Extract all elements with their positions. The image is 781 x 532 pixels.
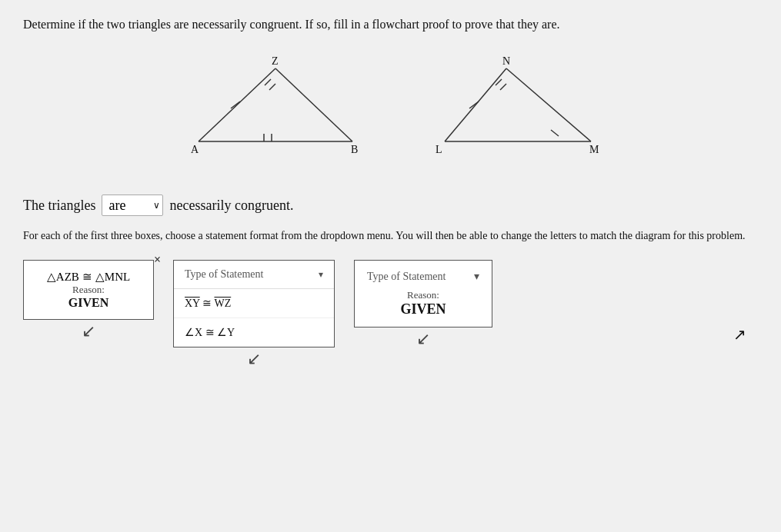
box3-header-text: Type of Statement	[367, 271, 446, 283]
box3-dropdown-arrow: ▾	[474, 270, 479, 283]
flow-box-3: Type of Statement ▾ Reason: GIVEN	[354, 260, 492, 328]
cursor-icon: ↗	[733, 325, 746, 344]
instruction-text: Determine if the two triangles are neces…	[23, 15, 758, 34]
box1-statement: △AZB ≅ △MNL	[36, 270, 141, 284]
box1-reason-value: GIVEN	[36, 296, 141, 310]
triangles-area: Z A B N L M	[23, 45, 758, 171]
svg-text:A: A	[191, 144, 199, 155]
svg-line-1	[275, 68, 352, 141]
box2-item-2[interactable]: ∠X ≅ ∠Y	[174, 318, 334, 347]
box3-reason-value: GIVEN	[367, 301, 479, 318]
flowchart-area: △AZB ≅ △MNL Reason: GIVEN × ↙ Type of St…	[23, 260, 758, 347]
box1-down-arrow: ↙	[82, 321, 95, 341]
svg-line-17	[551, 130, 559, 136]
verdict-dropdown-wrapper[interactable]: are are not	[102, 195, 163, 216]
box3-wrapper: Type of Statement ▾ Reason: GIVEN ↙	[354, 260, 492, 328]
box2-item-1[interactable]: XY ≅ WZ	[174, 289, 334, 318]
flow-box-1: △AZB ≅ △MNL Reason: GIVEN ×	[23, 260, 154, 320]
svg-line-3	[231, 101, 240, 108]
triangle-2: N L M	[422, 53, 591, 164]
box2-menu: XY ≅ WZ ∠X ≅ ∠Y	[174, 289, 334, 347]
page-container: Determine if the two triangles are neces…	[0, 0, 781, 532]
verdict-prefix: The triangles	[23, 198, 95, 214]
verdict-line: The triangles are are not necessarily co…	[23, 195, 758, 216]
svg-text:B: B	[351, 144, 358, 155]
box3-down-arrow: ↙	[416, 329, 430, 349]
flow-box-2[interactable]: Type of Statement ▾ XY ≅ WZ ∠X ≅ ∠Y	[173, 260, 335, 347]
svg-text:Z: Z	[272, 55, 279, 67]
svg-text:N: N	[502, 55, 510, 67]
triangle-1: Z A B	[191, 53, 360, 164]
svg-line-0	[199, 68, 275, 141]
sub-instruction-text: For each of the first three boxes, choos…	[23, 230, 746, 241]
svg-line-5	[269, 84, 275, 90]
box2-header-text: Type of Statement	[185, 268, 263, 281]
box3-reason-label: Reason:	[367, 289, 479, 301]
box1-close[interactable]: ×	[154, 253, 161, 267]
box2-header[interactable]: Type of Statement ▾	[174, 261, 334, 289]
verdict-suffix: necessarily congruent.	[169, 198, 293, 214]
box2-dropdown-arrow: ▾	[319, 269, 323, 281]
sub-instructions: For each of the first three boxes, choos…	[23, 228, 758, 244]
svg-line-4	[265, 79, 271, 85]
svg-text:M: M	[589, 144, 599, 155]
box1-reason-label: Reason:	[36, 284, 141, 296]
svg-line-11	[445, 68, 506, 141]
box3-header[interactable]: Type of Statement ▾	[367, 270, 479, 283]
svg-line-12	[506, 68, 591, 141]
box1-wrapper: △AZB ≅ △MNL Reason: GIVEN × ↙	[23, 260, 154, 320]
svg-line-16	[500, 84, 506, 90]
svg-text:L: L	[436, 144, 442, 155]
box2-wrapper: Type of Statement ▾ XY ≅ WZ ∠X ≅ ∠Y ↙	[173, 260, 335, 347]
verdict-dropdown[interactable]: are are not	[102, 195, 163, 216]
box2-down-arrow: ↙	[247, 349, 261, 369]
